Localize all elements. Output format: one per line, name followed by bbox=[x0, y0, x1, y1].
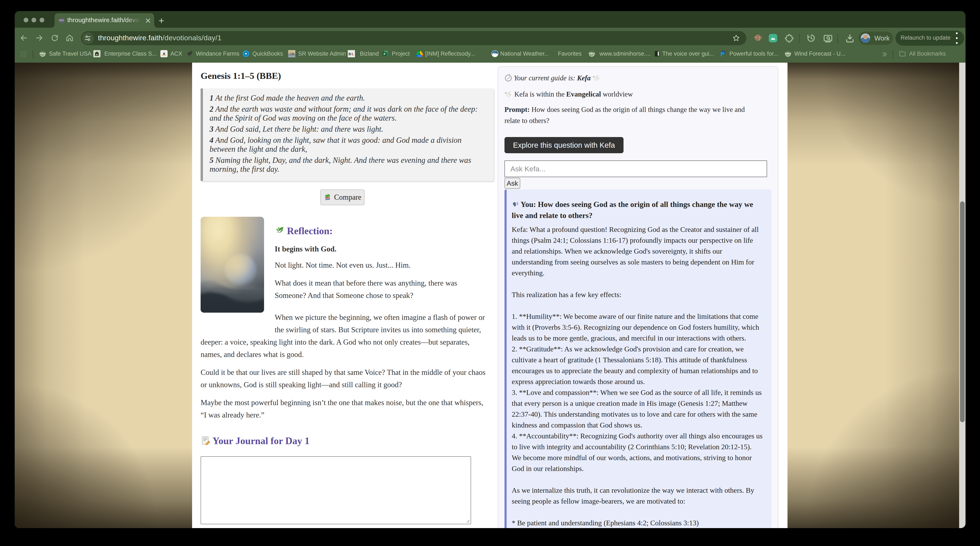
svg-text:NOAA: NOAA bbox=[494, 51, 496, 53]
svg-text:L: L bbox=[352, 52, 354, 56]
svg-text:P: P bbox=[384, 53, 386, 56]
svg-text:B: B bbox=[348, 52, 351, 56]
svg-text:a: a bbox=[163, 51, 165, 56]
